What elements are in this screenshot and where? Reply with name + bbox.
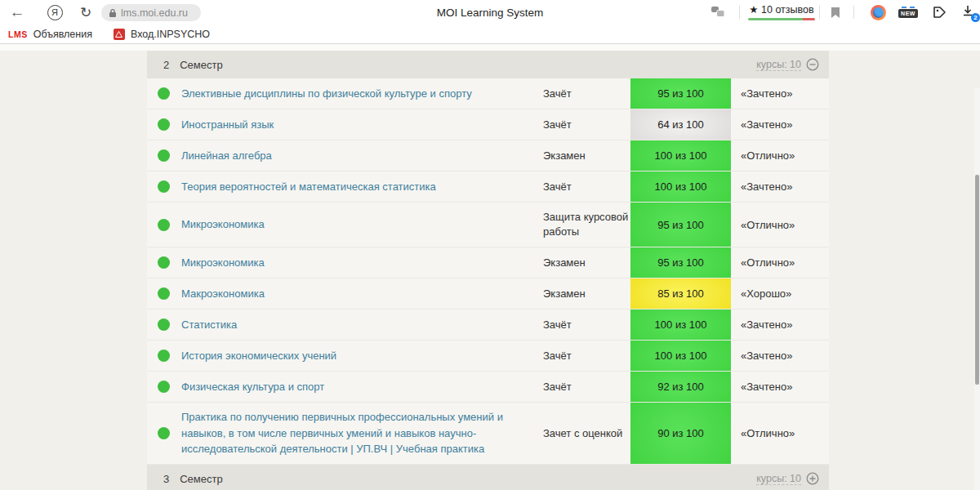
divider [819,6,820,19]
grade-text: «Зачтено» [731,372,829,402]
extension-new-icon[interactable]: NEW [897,0,920,24]
table-row: Макроэкономика Экзамен 85 из 100 «Хорошо… [147,278,829,310]
scrollbar-thumb[interactable] [975,175,979,385]
star-icon: ★ [749,4,758,16]
site-reviews-rating[interactable]: ★ 10 отзывов [748,3,815,20]
grade-text: «Отлично» [731,140,829,171]
browser-chrome: ← Я ↻ lms.moi.edu.ru MOI Learning System [0,0,980,44]
score-badge: 92 из 100 [630,372,731,402]
rating-bar [748,18,815,20]
expand-semester-button[interactable] [806,472,819,485]
page-top-strip [0,44,980,51]
course-status-dot-icon [158,87,170,100]
address-bar[interactable]: lms.moi.edu.ru [101,4,201,21]
course-status-dot-icon [158,318,170,331]
url-text: lms.moi.edu.ru [121,7,188,19]
new-badge: NEW [898,9,918,18]
assessment-type: Зачёт [543,172,630,202]
lms-logo: LMS [8,29,28,39]
course-link[interactable]: Микроэкономика [181,255,287,271]
course-status-dot-icon [158,180,170,193]
grade-text: «Зачтено» [731,172,829,202]
bookmark-announcements[interactable]: LMS Объявления [8,29,92,40]
grade-text: «Отлично» [731,203,829,247]
assessment-type: Зачёт [543,341,630,371]
assessment-type: Экзамен [543,278,630,309]
score-badge: 85 из 100 [630,278,731,309]
reviews-count: 10 отзывов [761,4,814,16]
extension-browser-logo-icon[interactable] [867,0,889,24]
course-link[interactable]: Практика по получению первичных професси… [181,409,543,457]
downloads-button[interactable]: 2 [959,0,980,24]
browser-toolbar: ← Я ↻ lms.moi.edu.ru MOI Learning System [0,0,980,24]
score-badge: 100 из 100 [630,140,731,171]
assessment-type: Защита курсовой работы [543,203,630,247]
table-row: Теория вероятностей и математическая ста… [147,172,829,203]
course-status-dot-icon [158,427,170,439]
table-row: Микроэкономика Защита курсовой работы 95… [147,203,829,247]
scrollbar-track[interactable] [974,88,980,490]
divider [739,6,740,19]
yandex-browser-icon[interactable]: Я [44,0,65,24]
bookmarks-bar: LMS Объявления Вход.INPSYCHO [0,24,980,43]
table-row: Статистика Зачёт 100 из 100 «Зачтено» [147,310,829,341]
share-feedback-icon[interactable] [709,0,727,24]
assessment-type: Зачёт [543,109,630,140]
course-status-dot-icon [158,256,170,269]
score-badge: 95 из 100 [630,203,731,247]
assessment-type: Зачёт [543,310,630,340]
score-badge: 90 из 100 [630,403,731,464]
downloads-count-badge: 2 [971,13,980,22]
assessment-type: Зачет с оценкой [543,403,630,464]
course-link[interactable]: История экономических учений [181,348,359,364]
back-button[interactable]: ← [7,0,28,24]
course-status-dot-icon [158,149,170,162]
score-badge: 100 из 100 [630,310,731,340]
course-link[interactable]: Линейная алгебра [181,148,295,164]
assessment-type: Зачёт [543,78,630,109]
table-row: Иностранный язык Зачёт 64 из 100 «Зачтен… [147,109,829,140]
score-badge: 95 из 100 [630,247,731,278]
course-status-dot-icon [158,118,170,131]
lock-icon [109,8,117,18]
score-badge: 64 из 100 [630,109,731,140]
course-status-dot-icon [158,287,170,300]
collapse-semester-button[interactable] [806,58,819,71]
score-badge: 95 из 100 [630,78,731,109]
course-link[interactable]: Макроэкономика [181,286,287,302]
divider [853,6,854,19]
bookmark-inpsycho-login[interactable]: Вход.INPSYCHO [114,29,210,40]
table-row: История экономических учений Зачёт 100 и… [147,341,829,372]
collections-icon[interactable] [929,0,951,24]
course-link[interactable]: Статистика [181,317,260,333]
grade-text: «Зачтено» [731,78,829,109]
semester-3-header: 3 Семестр курсы: 10 [147,465,829,490]
course-rows: Элективные дисциплины по физической куль… [147,78,829,465]
score-badge: 100 из 100 [630,172,731,202]
table-row: Физическая культура и спорт Зачёт 92 из … [147,372,829,403]
course-link[interactable]: Физическая культура и спорт [181,379,347,395]
inpsycho-icon [114,29,125,40]
table-row: Практика по получению первичных професси… [147,403,829,465]
grade-text: «Зачтено» [731,310,829,340]
score-badge: 100 из 100 [630,341,731,371]
course-link[interactable]: Микроэкономика [181,216,287,233]
course-link[interactable]: Иностранный язык [181,117,296,133]
assessment-type: Экзамен [543,140,630,171]
course-link[interactable]: Теория вероятностей и математическая ста… [181,179,459,195]
courses-count-link[interactable]: курсы: 10 [756,473,801,485]
course-status-dot-icon [158,219,170,231]
course-status-dot-icon [158,350,170,362]
grade-text: «Зачтено» [731,341,829,371]
course-link[interactable]: Элективные дисциплины по физической куль… [181,86,495,102]
refresh-button[interactable]: ↻ [75,0,96,24]
lms-page: 2 Семестр курсы: 10 Элективные дисциплин… [0,44,980,490]
table-row: Элективные дисциплины по физической куль… [147,78,829,109]
grade-text: «Зачтено» [731,109,829,140]
grades-table: 2 Семестр курсы: 10 Элективные дисциплин… [147,51,829,490]
assessment-type: Зачёт [543,372,630,402]
course-status-dot-icon [158,381,170,393]
grade-text: «Отлично» [731,403,829,464]
courses-count-link[interactable]: курсы: 10 [756,59,801,71]
bookmark-flag-icon[interactable] [826,0,844,24]
